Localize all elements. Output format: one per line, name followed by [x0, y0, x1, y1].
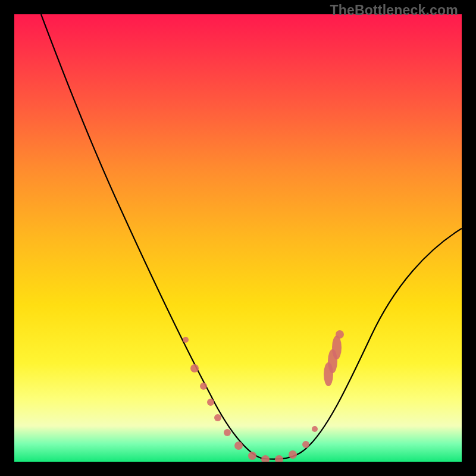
- marker-dot: [275, 455, 283, 462]
- marker-dot: [200, 383, 207, 390]
- watermark-text: TheBottleneck.com: [330, 2, 458, 18]
- chart-frame: [14, 14, 462, 462]
- marker-dot: [336, 330, 344, 339]
- marker-dot: [248, 452, 256, 460]
- marker-dot: [261, 455, 270, 462]
- marker-bar: [332, 336, 342, 359]
- marker-dot: [312, 426, 318, 432]
- marker-dot: [183, 337, 189, 343]
- marker-dot: [207, 399, 214, 406]
- marker-dot: [214, 414, 221, 421]
- marker-dot: [234, 441, 243, 450]
- marker-dot: [190, 364, 199, 372]
- marker-dot: [289, 450, 297, 459]
- bottleneck-curve-path: [41, 14, 462, 459]
- marker-dot: [302, 441, 309, 448]
- marker-dot: [224, 429, 231, 436]
- bottleneck-curve-svg: [14, 14, 462, 462]
- marker-group: [183, 330, 344, 462]
